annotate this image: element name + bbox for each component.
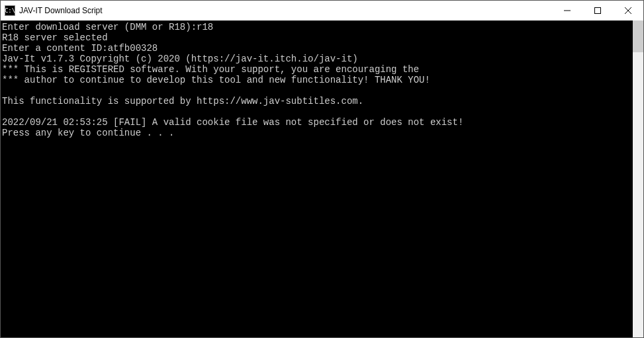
window-title: JAV-IT Download Script xyxy=(19,6,103,15)
scrollbar[interactable] xyxy=(633,21,643,337)
close-button[interactable] xyxy=(613,1,643,21)
minimize-icon xyxy=(564,7,571,14)
content-area: Enter download server (DMM or R18):r18 R… xyxy=(1,21,643,337)
svg-rect-1 xyxy=(595,8,601,14)
minimize-button[interactable] xyxy=(552,1,582,21)
titlebar[interactable]: C:\ JAV-IT Download Script xyxy=(1,1,643,21)
maximize-icon xyxy=(594,7,601,14)
app-icon: C:\ xyxy=(5,5,15,16)
console-output[interactable]: Enter download server (DMM or R18):r18 R… xyxy=(1,21,633,337)
close-icon xyxy=(625,7,631,14)
maximize-button[interactable] xyxy=(582,1,613,21)
window-controls xyxy=(552,1,643,21)
scroll-thumb[interactable] xyxy=(633,21,643,52)
console-window: C:\ JAV-IT Download Script Enter downloa… xyxy=(0,0,644,338)
